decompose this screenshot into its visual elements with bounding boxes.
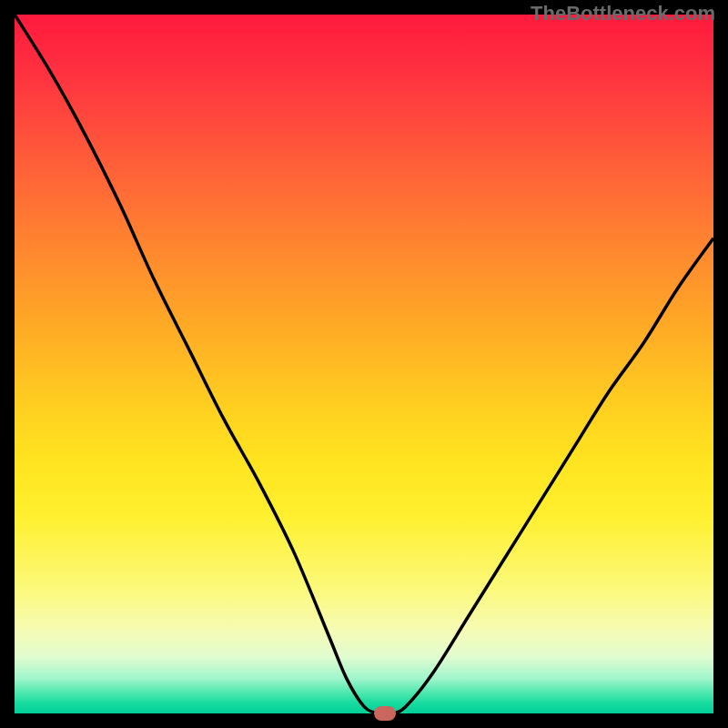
curve-svg [15, 15, 713, 713]
chart-container: TheBottleneck.com [0, 0, 728, 728]
optimal-marker [374, 706, 396, 721]
plot-area [15, 15, 713, 713]
watermark-label: TheBottleneck.com [531, 2, 715, 25]
bottleneck-curve [15, 15, 713, 713]
